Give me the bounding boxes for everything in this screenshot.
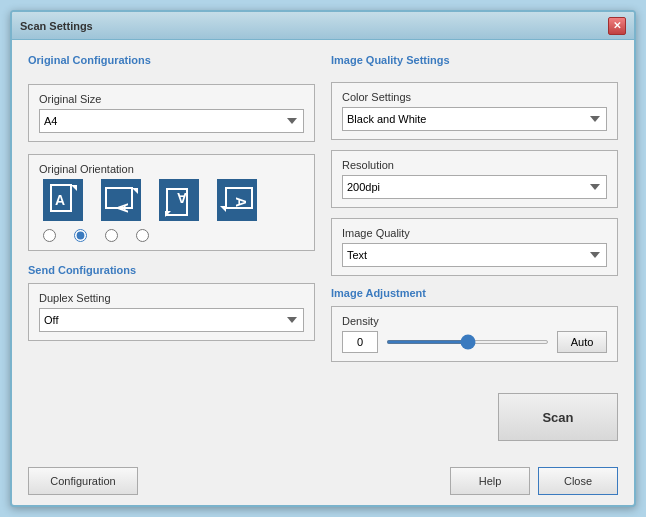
original-configs-label: Original Configurations: [28, 54, 315, 66]
svg-marker-11: [220, 206, 226, 212]
orient-icon-3[interactable]: A: [159, 179, 199, 221]
orientation-radio-1[interactable]: [43, 229, 56, 242]
title-bar-text: Scan Settings: [20, 20, 93, 32]
radio-4[interactable]: [136, 229, 149, 242]
configuration-button[interactable]: Configuration: [28, 467, 138, 495]
title-bar: Scan Settings ✕: [12, 12, 634, 40]
original-size-group: Original Size A4 A3 A5 Letter Legal: [28, 84, 315, 142]
scan-area: Scan: [331, 383, 618, 449]
resolution-select[interactable]: 200dpi 300dpi 400dpi 600dpi: [342, 175, 607, 199]
right-panel: Image Quality Settings Color Settings Bl…: [331, 54, 618, 449]
orient-icon-2[interactable]: A: [101, 179, 141, 221]
density-slider[interactable]: [386, 340, 549, 344]
main-panels: Original Configurations Original Size A4…: [28, 54, 618, 449]
density-value: 0: [342, 331, 378, 353]
left-panel: Original Configurations Original Size A4…: [28, 54, 315, 449]
resolution-label: Resolution: [342, 159, 607, 171]
orientation-radio-2[interactable]: [74, 229, 87, 242]
content-area: Original Configurations Original Size A4…: [12, 40, 634, 505]
image-quality-select[interactable]: Text Photo Map Custom: [342, 243, 607, 267]
density-label: Density: [342, 315, 607, 327]
duplex-group: Duplex Setting Off Long Edge Short Edge: [28, 283, 315, 341]
radio-2[interactable]: [74, 229, 87, 242]
duplex-select[interactable]: Off Long Edge Short Edge: [39, 308, 304, 332]
svg-text:A: A: [177, 190, 187, 206]
original-size-label: Original Size: [39, 93, 304, 105]
image-quality-group: Image Quality Text Photo Map Custom: [331, 218, 618, 276]
duplex-label: Duplex Setting: [39, 292, 304, 304]
bottom-right: Help Close: [450, 467, 618, 495]
bottom-left: Configuration: [28, 467, 138, 495]
radio-1[interactable]: [43, 229, 56, 242]
auto-button[interactable]: Auto: [557, 331, 607, 353]
window-close-button[interactable]: ✕: [608, 17, 626, 35]
density-slider-wrapper: [386, 331, 549, 353]
orientation-radio-3[interactable]: [105, 229, 118, 242]
scan-button[interactable]: Scan: [498, 393, 618, 441]
orientation-label: Original Orientation: [39, 163, 304, 175]
original-size-select[interactable]: A4 A3 A5 Letter Legal: [39, 109, 304, 133]
help-button[interactable]: Help: [450, 467, 530, 495]
image-quality-label: Image Quality Settings: [331, 54, 618, 66]
svg-text:A: A: [233, 197, 249, 207]
color-settings-group: Color Settings Black and White Grayscale…: [331, 82, 618, 140]
close-button[interactable]: Close: [538, 467, 618, 495]
orient-icon-1[interactable]: A: [43, 179, 83, 221]
image-quality-label: Image Quality: [342, 227, 607, 239]
orient-icon-4[interactable]: A: [217, 179, 257, 221]
density-row: 0 Auto: [342, 331, 607, 353]
color-label: Color Settings: [342, 91, 607, 103]
resolution-group: Resolution 200dpi 300dpi 400dpi 600dpi: [331, 150, 618, 208]
orientation-icons: A A: [39, 179, 304, 221]
color-select[interactable]: Black and White Grayscale Full Color: [342, 107, 607, 131]
send-configs-area: Send Configurations Duplex Setting Off L…: [28, 263, 315, 341]
density-group: Density 0 Auto: [331, 306, 618, 362]
send-configs-label: Send Configurations: [28, 264, 136, 276]
main-window: Scan Settings ✕ Original Configurations …: [10, 10, 636, 507]
orientation-radio-4[interactable]: [136, 229, 149, 242]
image-adjustment-area: Image Adjustment Density 0 Auto: [331, 286, 618, 362]
svg-text:A: A: [55, 192, 65, 208]
orientation-radios: [39, 229, 304, 242]
bottom-bar: Configuration Help Close: [28, 459, 618, 495]
orientation-group: Original Orientation A: [28, 154, 315, 251]
image-adjustment-label: Image Adjustment: [331, 287, 426, 299]
svg-text:A: A: [115, 203, 131, 213]
radio-3[interactable]: [105, 229, 118, 242]
